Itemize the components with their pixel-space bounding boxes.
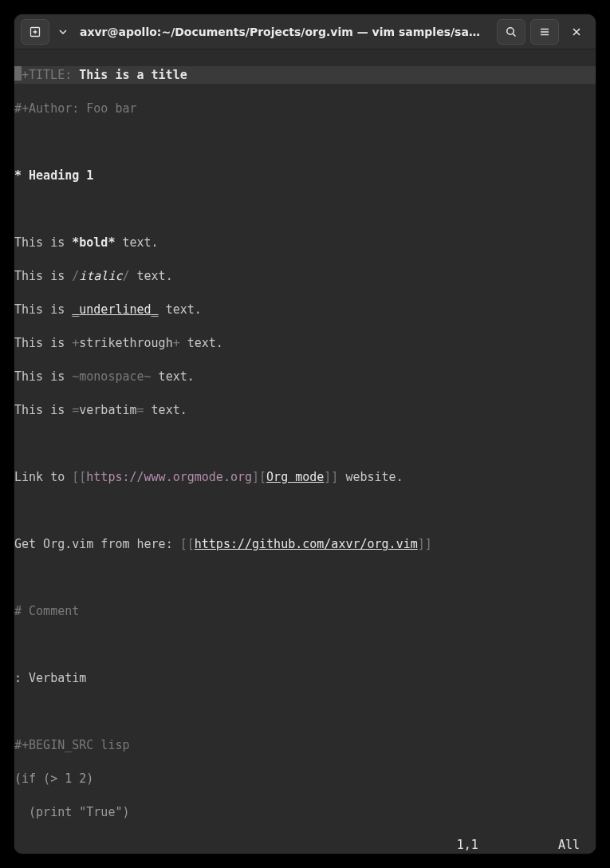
close-icon	[571, 26, 582, 37]
chevron-down-icon	[59, 28, 67, 36]
cursor-position: 1,1	[457, 837, 478, 854]
underline-line: This is _underlined_ text.	[14, 302, 596, 318]
new-tab-menu-button[interactable]	[54, 19, 72, 45]
strike-line: This is +strikethrough+ text.	[14, 335, 596, 352]
bold-line: This is *bold* text.	[14, 235, 596, 251]
heading-1: * Heading 1	[14, 168, 596, 184]
editor-area[interactable]: +TITLE: This is a title #+Author: Foo ba…	[14, 49, 596, 854]
link-line-1: Link to [[https://www.orgmode.org][Org m…	[14, 469, 596, 486]
vim-status-line: 1,1 All	[14, 837, 596, 854]
hamburger-icon	[538, 26, 551, 38]
buffer: +TITLE: This is a title #+Author: Foo ba…	[14, 49, 596, 854]
new-tab-icon	[29, 26, 41, 38]
src-begin: #+BEGIN_SRC lisp	[14, 737, 596, 754]
comment-line: # Comment	[14, 603, 596, 620]
italic-line: This is /italic/ text.	[14, 268, 596, 285]
new-tab-button[interactable]	[21, 19, 49, 45]
titlebar: axvr@apollo:~/Documents/Projects/org.vim…	[14, 14, 596, 49]
author-line: #+Author: Foo bar	[14, 101, 596, 117]
search-button[interactable]	[497, 19, 525, 45]
src-line: (print "True")	[14, 804, 596, 821]
title-line: +TITLE: This is a title	[14, 66, 596, 84]
svg-point-3	[507, 27, 514, 34]
link-line-2: Get Org.vim from here: [[https://github.…	[14, 536, 596, 553]
verbatim-colon-line: : Verbatim	[14, 670, 596, 687]
verbatim-line: This is =verbatim= text.	[14, 402, 596, 419]
window-title: axvr@apollo:~/Documents/Projects/org.vim…	[77, 26, 492, 38]
cursor	[14, 66, 22, 81]
terminal-window: axvr@apollo:~/Documents/Projects/org.vim…	[14, 14, 596, 854]
close-button[interactable]	[564, 19, 589, 45]
hamburger-menu-button[interactable]	[530, 19, 559, 45]
search-icon	[505, 26, 518, 38]
svg-line-4	[513, 34, 515, 36]
src-line: (if (> 1 2)	[14, 771, 596, 787]
monospace-line: This is ~monospace~ text.	[14, 369, 596, 385]
view-percent: All	[558, 837, 580, 854]
